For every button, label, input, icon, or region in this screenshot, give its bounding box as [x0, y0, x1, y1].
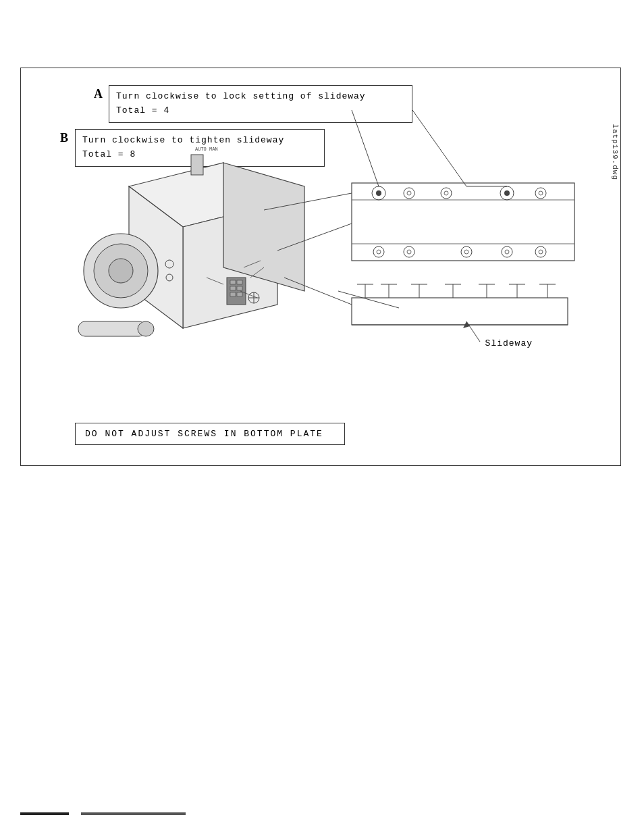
svg-point-13	[539, 191, 543, 195]
footer-area	[20, 812, 186, 815]
svg-rect-63	[237, 286, 242, 290]
footer-line-2	[81, 812, 186, 815]
svg-rect-24	[352, 298, 568, 325]
svg-rect-53	[78, 321, 146, 336]
svg-text:⊕: ⊕	[377, 191, 381, 197]
svg-point-54	[138, 321, 154, 336]
svg-point-18	[461, 246, 472, 257]
svg-line-68	[284, 278, 352, 305]
svg-point-7	[407, 191, 411, 195]
svg-point-14	[373, 246, 384, 257]
svg-point-21	[505, 250, 509, 254]
svg-point-22	[535, 246, 546, 257]
svg-rect-65	[237, 292, 242, 296]
svg-line-44	[352, 110, 379, 186]
svg-point-16	[404, 246, 414, 257]
svg-line-45	[338, 291, 399, 308]
page: latp139.dwg A Turn clockwise to lock set…	[0, 0, 644, 834]
svg-rect-62	[230, 286, 236, 290]
svg-point-23	[539, 250, 543, 254]
svg-point-20	[502, 246, 512, 257]
svg-rect-59	[227, 278, 246, 305]
svg-point-8	[441, 188, 452, 199]
svg-rect-60	[230, 280, 236, 284]
svg-rect-61	[237, 280, 242, 284]
svg-point-12	[535, 188, 546, 199]
technical-drawing: ⊕	[21, 68, 622, 467]
svg-rect-55	[191, 155, 203, 175]
svg-point-9	[444, 191, 448, 195]
svg-rect-64	[230, 292, 236, 296]
footer-line-1	[20, 812, 69, 815]
svg-line-42	[412, 110, 466, 186]
svg-point-17	[407, 250, 411, 254]
svg-point-19	[464, 250, 468, 254]
svg-point-52	[109, 259, 133, 283]
diagram-frame: latp139.dwg A Turn clockwise to lock set…	[20, 68, 621, 466]
svg-point-6	[404, 188, 414, 199]
svg-point-11	[504, 190, 510, 196]
svg-point-15	[377, 250, 381, 254]
svg-text:AUTO  MAN: AUTO MAN	[195, 147, 218, 152]
